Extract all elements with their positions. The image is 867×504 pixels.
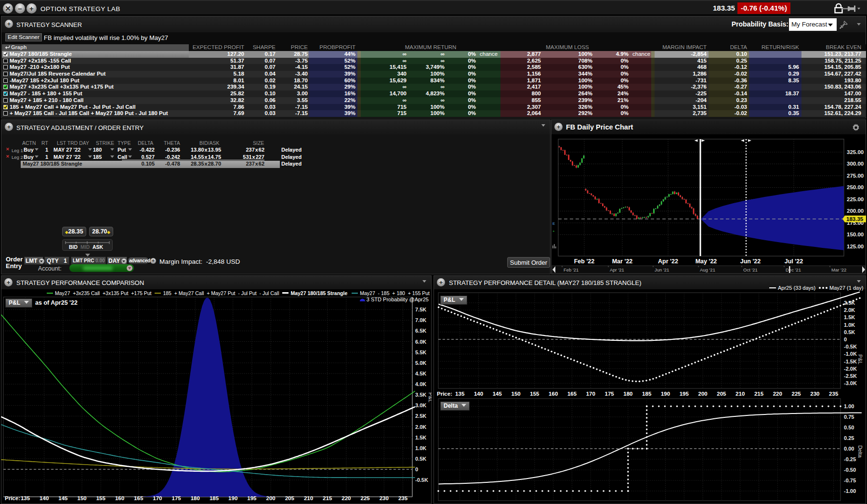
svg-text:6.5K: 6.5K [415, 328, 426, 334]
svg-text:170: 170 [153, 495, 162, 501]
svg-text:125.00: 125.00 [847, 244, 864, 249]
svg-text:150: 150 [512, 391, 521, 397]
svg-text:1.5K: 1.5K [844, 314, 855, 320]
svg-text:4.5K: 4.5K [415, 371, 426, 376]
svg-text:0.25: 0.25 [844, 435, 854, 441]
svg-text:215: 215 [323, 495, 332, 501]
svg-text:183.35: 183.35 [846, 216, 864, 222]
svg-text:-0.5K: -0.5K [415, 477, 428, 483]
svg-text:-0.50: -0.50 [844, 467, 856, 473]
svg-text:135: 135 [21, 495, 30, 501]
svg-text:190: 190 [228, 495, 237, 501]
svg-text:1.0K: 1.0K [415, 445, 426, 451]
svg-text:0.5K: 0.5K [844, 329, 855, 335]
svg-text:1.5K: 1.5K [415, 435, 426, 440]
svg-text:200.00: 200.00 [847, 208, 864, 214]
svg-text:200: 200 [266, 495, 276, 501]
svg-text:1.00: 1.00 [844, 403, 854, 409]
svg-text:Aug '21: Aug '21 [700, 267, 715, 272]
svg-text:-0.5K: -0.5K [844, 344, 857, 349]
svg-text:7.0K: 7.0K [415, 317, 426, 323]
svg-text:225: 225 [792, 391, 801, 397]
svg-text:180: 180 [623, 391, 632, 397]
svg-text:135: 135 [455, 391, 465, 397]
svg-text:-1.0K: -1.0K [844, 351, 857, 357]
svg-text:May27 (1 day): May27 (1 day) [829, 285, 863, 291]
svg-text:150: 150 [78, 495, 87, 501]
svg-text:Mar '22: Mar '22 [612, 258, 633, 265]
svg-text:Oct '21: Oct '21 [743, 267, 758, 272]
svg-text:+: + [552, 229, 555, 233]
svg-text:2.5K: 2.5K [415, 413, 426, 419]
svg-text:-0.75: -0.75 [844, 478, 856, 483]
svg-text:MID: MID [80, 244, 90, 250]
svg-text:May '22: May '22 [696, 258, 717, 265]
svg-text:165: 165 [134, 495, 144, 501]
svg-text:185: 185 [210, 495, 219, 501]
svg-text:170: 170 [586, 391, 595, 397]
svg-text:3.5K: 3.5K [415, 392, 426, 398]
svg-text:0.5K: 0.5K [415, 456, 426, 462]
svg-text:175: 175 [605, 391, 615, 397]
svg-text:Jun '21: Jun '21 [655, 267, 669, 272]
svg-text:210: 210 [304, 495, 313, 501]
svg-text:160: 160 [115, 495, 124, 501]
svg-text:4.0K: 4.0K [415, 381, 426, 387]
svg-text:235: 235 [398, 495, 408, 501]
svg-text:215: 215 [754, 391, 764, 397]
svg-text:185: 185 [642, 391, 652, 397]
svg-text:230: 230 [810, 391, 819, 397]
svg-text:235: 235 [829, 391, 839, 397]
svg-text:E: E [552, 221, 555, 226]
svg-text:190: 190 [661, 391, 670, 397]
svg-text:2.0K: 2.0K [415, 424, 426, 430]
svg-text:300.00: 300.00 [847, 161, 864, 167]
svg-text:Mar '22: Mar '22 [831, 267, 846, 272]
svg-text:3.0K: 3.0K [415, 402, 426, 408]
svg-text:P&L: P&L [857, 354, 863, 364]
svg-text:Price:: Price: [5, 495, 20, 501]
svg-text:Jun '22: Jun '22 [740, 258, 761, 265]
svg-text:225: 225 [361, 495, 370, 501]
svg-text:325.00: 325.00 [847, 149, 864, 155]
svg-text:Price:: Price: [437, 391, 452, 397]
svg-text:Apr '21: Apr '21 [610, 267, 624, 272]
svg-text:Jul '22: Jul '22 [785, 258, 803, 265]
svg-text:165: 165 [567, 391, 577, 397]
svg-text:5.5K: 5.5K [415, 349, 426, 355]
svg-text:220: 220 [342, 495, 351, 501]
svg-text:155: 155 [96, 495, 106, 501]
svg-text:145: 145 [58, 495, 68, 501]
svg-text:7.5K: 7.5K [415, 307, 426, 312]
svg-text:-3.0K: -3.0K [844, 380, 857, 386]
svg-text:225.00: 225.00 [847, 196, 864, 202]
svg-text:P&L: P&L [428, 392, 432, 402]
svg-text:0.00: 0.00 [844, 446, 854, 452]
svg-text:2.0K: 2.0K [844, 307, 855, 313]
svg-text:175: 175 [172, 495, 182, 501]
svg-text:-2.5K: -2.5K [844, 373, 857, 379]
svg-text:1.0K: 1.0K [844, 322, 855, 328]
svg-text:2.5K: 2.5K [844, 300, 855, 306]
svg-text:Dec '21: Dec '21 [786, 267, 801, 272]
svg-text:Feb '22: Feb '22 [574, 258, 595, 265]
svg-text:160: 160 [549, 391, 558, 397]
svg-text:210: 210 [736, 391, 745, 397]
svg-text:Apr25 (33 days): Apr25 (33 days) [778, 285, 815, 291]
svg-text:-0.25: -0.25 [844, 456, 856, 462]
svg-text:0: 0 [844, 336, 847, 342]
svg-text:145: 145 [493, 391, 502, 397]
svg-text:5.0K: 5.0K [415, 360, 426, 366]
svg-text:BID: BID [69, 244, 78, 250]
svg-text:200: 200 [698, 391, 708, 397]
svg-text:Apr '22: Apr '22 [658, 258, 678, 265]
svg-text:ASK: ASK [92, 244, 104, 250]
svg-text:230: 230 [380, 495, 389, 501]
svg-text:205: 205 [285, 495, 295, 501]
svg-text:Feb '21: Feb '21 [564, 267, 578, 272]
svg-text:6.0K: 6.0K [415, 339, 426, 345]
svg-text:205: 205 [717, 391, 726, 397]
svg-text:155: 155 [530, 391, 539, 397]
svg-text:-2.0K: -2.0K [844, 366, 857, 372]
svg-text:180: 180 [191, 495, 200, 501]
